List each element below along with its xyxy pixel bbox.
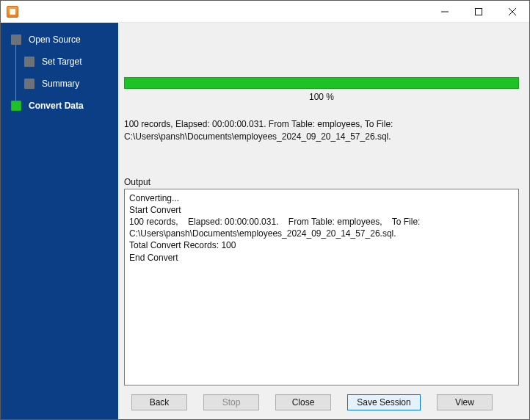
sidebar-item-set-target[interactable]: Set Target (1, 51, 118, 73)
wizard-button-row: Back Stop Close Save Session View (118, 385, 529, 419)
output-label: Output (124, 177, 519, 187)
sidebar-item-open-source[interactable]: Open Source (1, 29, 118, 51)
wizard-sidebar: Open Source Set Target Summary Convert D… (1, 23, 118, 419)
conversion-summary: 100 records, Elapsed: 00:00:00.031. From… (124, 118, 519, 143)
step-status-icon (24, 57, 35, 67)
view-button[interactable]: View (437, 394, 493, 410)
sidebar-item-convert-data[interactable]: Convert Data (1, 95, 118, 117)
output-log[interactable]: Converting... Start Convert 100 records,… (124, 189, 519, 385)
sidebar-item-label: Set Target (42, 57, 81, 67)
sidebar-item-summary[interactable]: Summary (1, 73, 118, 95)
window-controls (428, 1, 529, 22)
sidebar-item-label: Convert Data (29, 101, 84, 111)
save-session-button[interactable]: Save Session (347, 394, 421, 410)
stop-button[interactable]: Stop (203, 394, 259, 410)
close-dialog-button[interactable]: Close (275, 394, 331, 410)
progress-percent: 100 % (124, 92, 519, 102)
step-status-icon (11, 35, 21, 45)
app-icon (7, 6, 18, 18)
maximize-button[interactable] (462, 1, 495, 22)
title-bar (1, 1, 529, 23)
sidebar-item-label: Open Source (29, 35, 81, 45)
minimize-button[interactable] (428, 1, 462, 22)
progress-bar (124, 77, 519, 89)
sidebar-item-label: Summary (42, 79, 79, 89)
step-status-icon (24, 79, 35, 89)
close-button[interactable] (495, 1, 529, 22)
step-status-icon (11, 101, 21, 111)
svg-rect-1 (476, 8, 482, 15)
main-panel: 100 % 100 records, Elapsed: 00:00:00.031… (118, 23, 529, 419)
back-button[interactable]: Back (131, 394, 187, 410)
